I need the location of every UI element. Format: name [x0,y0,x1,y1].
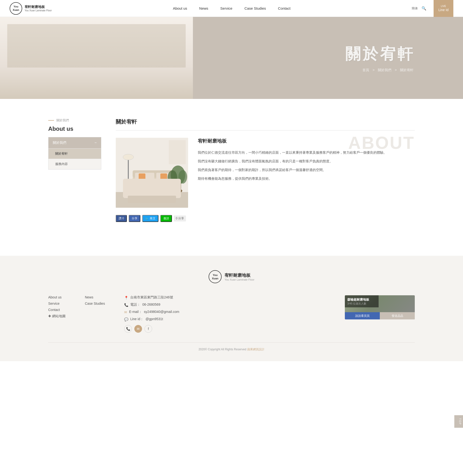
map-title: 森喻超耐磨地板 [347,297,376,302]
hero-banner: 關於宥軒 首頁 > 關於我們 > 關於宥軒 [0,17,463,99]
breadcrumb-current: 關於宥軒 [400,68,414,72]
fb-like-button[interactable]: 讚 0 [116,215,127,222]
copyright-text: 2020© Copyright All Rights Reserved [198,348,246,351]
social-icon-email[interactable]: ✉ [134,325,142,333]
breadcrumb: 首頁 > 關於我們 > 關於宥軒 [361,68,415,72]
footer-link-news[interactable]: News [85,295,105,299]
svg-point-19 [178,170,187,184]
sidebar-section-cn: 關於我們 [56,118,69,123]
company-desc: 我們位於仁德交流道往市區方向，一間小巧精緻的店面，一直以來秉持著專業及服務客戶的… [198,149,415,182]
footer-logo-xuan: Xuan [212,277,218,280]
social-icon-phone[interactable]: 📞 [124,325,132,333]
sidebar-sub-item-service[interactable]: 服務內容 [48,159,101,169]
breadcrumb-home[interactable]: 首頁 [362,68,369,72]
sidebar-item-about-us[interactable]: 關於我們 − [48,137,101,149]
svg-point-18 [168,170,177,185]
logo-area[interactable]: You Xuan 宥軒耐磨地板 You Xuan Laminate Floor [10,2,52,15]
article-right: ABOUT 宥軒耐磨地板 我們位於仁德交流道往市區方向，一間小巧精緻的店面，一直… [198,138,415,208]
nav-about[interactable]: About us [173,6,187,10]
footer-columns: About us Service Contact ✚ 網站地圖 News Cas… [48,295,415,333]
footer-address-text: 台南市東區東門路三段246號 [130,295,173,300]
sidebar-sub-service-label: 服務內容 [55,162,68,166]
footer-email-address: sy2498040@gmail.com [144,310,179,314]
footer-phone-number: 06-2680569 [142,303,160,306]
sidebar-menu: 關於我們 − 關於宥軒 服務內容 [48,137,101,170]
header: You Xuan 宥軒耐磨地板 You Xuan Laminate Floor … [0,0,463,17]
nav-cases[interactable]: Case Studies [245,6,266,10]
sidebar-sub-youxuan-label: 關於宥軒 [55,152,68,155]
desc-line-1: 我們位於仁德交流道往市區方向，一間小巧精緻的店面，一直以來秉持著專業及服務客戶的… [198,149,415,156]
article-title: 關於宥軒 [116,118,415,131]
nav-contact[interactable]: Contact [278,6,291,10]
footer-bottom: 2020© Copyright All Rights Reserved 蘋果網頁… [48,342,415,351]
footer-link-service[interactable]: Service [48,302,66,305]
footer-social-icons: 📞 ✉ f [124,325,326,333]
twitter-button[interactable]: 🐦 推文 [142,215,159,222]
article-content: 關於宥軒 [116,118,415,222]
main-content: 關於我們 About us 關於我們 − 關於宥軒 服務內容 關於宥軒 [0,99,463,241]
svg-rect-10 [160,173,167,180]
logo-circle: You Xuan [10,2,22,15]
line-id-button[interactable]: LIVE Line Id [434,0,453,17]
company-name: 宥軒耐磨地板 [198,138,415,144]
footer-logo-area: You Xuan 宥軒耐磨地板 You Xuan Laminate Floor [48,270,415,283]
footer-map[interactable]: 森喻超耐磨地板 3/45 位遊次人數 說說看頁頁 發送品品 [345,295,415,319]
nav-service[interactable]: Service [220,6,232,10]
twitter-label: 推文 [150,216,156,221]
designer-link[interactable]: 蘋果網頁設計 [247,348,265,351]
phone-icon: 📞 [124,303,128,307]
line-icon: 💬 [124,317,128,321]
map-btn-reviews[interactable]: 說說看頁頁 [345,312,380,319]
logo-you: You [14,5,18,8]
footer-link-about[interactable]: About us [48,295,66,299]
map-overlay: 森喻超耐磨地板 3/45 位遊次人數 [345,295,379,307]
footer-phone: 📞 電話： 06-2680569 [124,303,326,307]
hero-kitchen-image [0,17,193,99]
sidebar-section-label: 關於我們 [48,118,101,123]
hero-right: 關於宥軒 首頁 > 關於我們 > 關於宥軒 [193,17,463,99]
footer-link-sitemap[interactable]: ✚ 網站地圖 [48,314,66,318]
svg-point-4 [123,154,134,160]
footer-logo-circle: You Xuan [209,270,222,283]
svg-rect-16 [175,181,181,191]
footer-line-label: Line id： [130,317,143,321]
share-bar: 讚 0 分享 🐦 推文 邀請 0 分享 [116,215,415,222]
header-right: 簡体 🔍 LIVE Line Id [412,0,453,17]
nav-news[interactable]: News [199,6,208,10]
hero-title: 關於宥軒 [345,44,415,64]
svg-point-13 [143,192,163,197]
logo-cn: 宥軒耐磨地板 [25,5,52,9]
footer-logo[interactable]: You Xuan 宥軒耐磨地板 You Xuan Laminate Floor [209,270,254,283]
desc-line-3: 我們肩負著客戶的期待，一個對家的期許，所以我們承諾給客戶一個溫馨舒適的空間。 [198,166,415,173]
sidebar-sub-item-youxuan[interactable]: 關於宥軒 [48,149,101,159]
sidebar: 關於我們 About us 關於我們 − 關於宥軒 服務內容 [48,118,101,222]
line-id-label: Line Id [438,8,448,12]
footer-map-image: 森喻超耐磨地板 3/45 位遊次人數 說說看頁頁 發送品品 [345,295,415,319]
svg-rect-3 [128,157,129,191]
footer-phone-label: 電話： [130,303,140,307]
footer-link-cases[interactable]: Case Studies [85,302,105,305]
footer-col-1: About us Service Contact ✚ 網站地圖 [48,295,66,333]
footer-email-label: E-mail： [129,310,142,314]
breadcrumb-sep2: > [395,68,397,72]
footer-link-contact[interactable]: Contact [48,308,66,312]
footer-logo-cn: 宥軒耐磨地板 [224,272,254,278]
social-icon-facebook[interactable]: f [144,325,152,333]
map-btn-send[interactable]: 發送品品 [380,312,415,319]
footer-logo-you: You [213,273,217,277]
svg-rect-0 [116,191,188,208]
header-utils: 簡体 🔍 [412,6,426,11]
breadcrumb-about-us[interactable]: 關於我們 [378,68,391,72]
line-share-button[interactable]: 邀請 [160,215,172,222]
main-nav: About us News Service Case Studies Conta… [173,6,291,10]
lang-switcher[interactable]: 簡体 [412,6,418,11]
twitter-bird-icon: 🐦 [145,217,149,220]
article-image-svg [116,138,188,208]
sidebar-item-about-us-label: 關於我們 [53,141,66,145]
logo-en: You Xuan Laminate Floor [25,9,52,12]
search-icon[interactable]: 🔍 [421,6,426,11]
footer-line-id: 💬 Line id： @gpn9531t [124,317,326,321]
fb-share-button[interactable]: 分享 [129,215,140,222]
footer-logo-text: 宥軒耐磨地板 You Xuan Laminate Floor [224,272,254,281]
footer-col-2: News Case Studies [85,295,105,333]
